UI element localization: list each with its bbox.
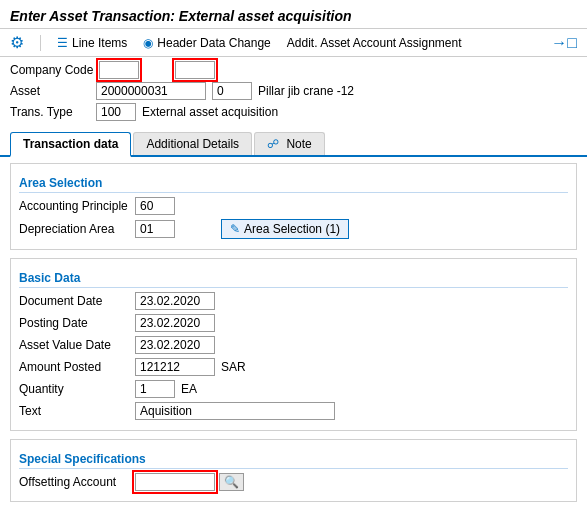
line-items-label: Line Items — [72, 36, 127, 50]
depreciation-area-label: Depreciation Area — [19, 222, 129, 236]
offsetting-account-input[interactable] — [135, 473, 215, 491]
company-code-label: Company Code — [10, 63, 93, 77]
text-label: Text — [19, 404, 129, 418]
trans-type-description: External asset acquisition — [142, 105, 278, 119]
toolbar-separator-1 — [40, 35, 41, 51]
posting-date-input[interactable] — [135, 314, 215, 332]
amount-unit: SAR — [221, 360, 246, 374]
export-icon[interactable]: →□ — [551, 34, 577, 52]
area-selection-button[interactable]: ✎ Area Selection (1) — [221, 219, 349, 239]
header-data-button[interactable]: ◉ Header Data Change — [143, 36, 270, 50]
quantity-label: Quantity — [19, 382, 129, 396]
tab-bar: Transaction data Additional Details ☍ No… — [0, 128, 587, 157]
tab-note-icon: ☍ — [267, 137, 279, 151]
asset-input[interactable] — [96, 82, 206, 100]
search-icon: 🔍 — [224, 475, 239, 489]
basic-data-header: Basic Data — [19, 271, 568, 288]
page-title: Enter Asset Transaction: External asset … — [10, 8, 577, 24]
amount-posted-input[interactable] — [135, 358, 215, 376]
tab-transaction-data-label: Transaction data — [23, 137, 118, 151]
header-data-label: Header Data Change — [157, 36, 270, 50]
text-input[interactable] — [135, 402, 335, 420]
area-selection-btn-label: Area Selection (1) — [244, 222, 340, 236]
tab-transaction-data[interactable]: Transaction data — [10, 132, 131, 157]
trans-type-label: Trans. Type — [10, 105, 90, 119]
depreciation-area-input[interactable] — [135, 220, 175, 238]
line-items-icon: ☰ — [57, 36, 68, 50]
line-items-button[interactable]: ☰ Line Items — [57, 36, 127, 50]
tab-note-label: Note — [286, 137, 311, 151]
filters-button[interactable]: ⚙ — [10, 33, 24, 52]
tab-note[interactable]: ☍ Note — [254, 132, 325, 155]
addit-label: Addit. Asset Account Assignment — [287, 36, 462, 50]
asset-sub-input[interactable] — [212, 82, 252, 100]
accounting-principle-label: Accounting Principle — [19, 199, 129, 213]
quantity-input[interactable] — [135, 380, 175, 398]
offsetting-account-search-button[interactable]: 🔍 — [219, 473, 244, 491]
document-date-input[interactable] — [135, 292, 215, 310]
quantity-unit: EA — [181, 382, 197, 396]
pencil-icon: ✎ — [230, 222, 240, 236]
special-specifications-header: Special Specifications — [19, 452, 568, 469]
offsetting-account-row: 🔍 — [135, 473, 244, 491]
area-selection-header: Area Selection — [19, 176, 568, 193]
asset-description: Pillar jib crane -12 — [258, 84, 354, 98]
asset-label: Asset — [10, 84, 90, 98]
amount-posted-label: Amount Posted — [19, 360, 129, 374]
addit-button[interactable]: Addit. Asset Account Assignment — [287, 36, 462, 50]
document-date-label: Document Date — [19, 294, 129, 308]
posting-date-label: Posting Date — [19, 316, 129, 330]
filters-icon: ⚙ — [10, 33, 24, 52]
tab-additional-details[interactable]: Additional Details — [133, 132, 252, 155]
company-code-input[interactable] — [99, 61, 139, 79]
offsetting-account-label: Offsetting Account — [19, 475, 129, 489]
header-data-icon: ◉ — [143, 36, 153, 50]
trans-type-input[interactable] — [96, 103, 136, 121]
tab-additional-details-label: Additional Details — [146, 137, 239, 151]
company-code-extra-input[interactable] — [175, 61, 215, 79]
accounting-principle-input[interactable] — [135, 197, 175, 215]
asset-value-date-input[interactable] — [135, 336, 215, 354]
asset-value-date-label: Asset Value Date — [19, 338, 129, 352]
